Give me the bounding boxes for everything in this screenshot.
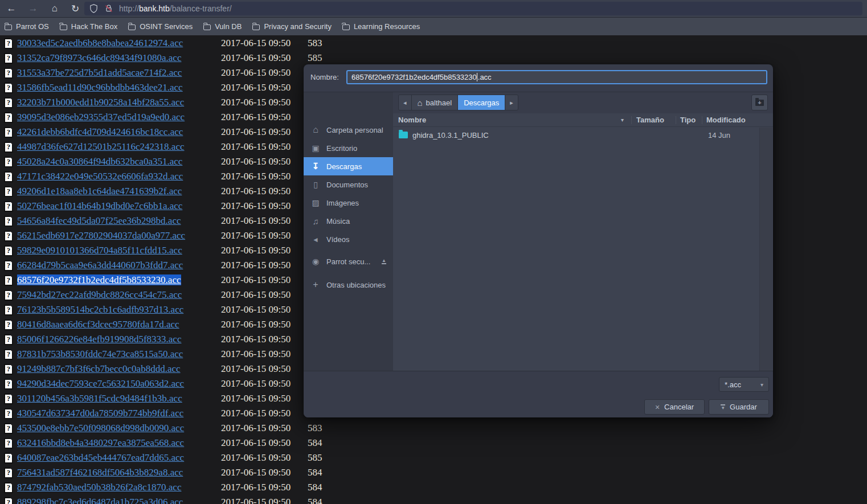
file-browser-list: Nombre ▾ Tamaño Tipo Modificado ghidra_1…: [393, 113, 773, 399]
path-forward-chevron[interactable]: ▸: [505, 95, 518, 110]
path-bar: ◂ ⌂ balthael Descargas ▸: [393, 92, 773, 113]
file-link[interactable]: 75942bd27ec22afd9bdc8826cc454c75.acc: [17, 289, 182, 300]
folder-icon: [342, 24, 350, 30]
bookmark-folder[interactable]: Vuln DB: [203, 22, 242, 31]
file-size: 585: [308, 52, 322, 64]
file-link[interactable]: 80416d8aaea6d6cf3dcec95780fda17d.acc: [17, 319, 179, 330]
sort-arrow-icon[interactable]: ▾: [621, 117, 624, 123]
unknown-file-icon: ?: [4, 334, 13, 345]
file-link[interactable]: 50276beac1f014b64b19dbd0e7c6bb1a.acc: [17, 200, 182, 211]
file-link[interactable]: 94290d34dec7593ce7c5632150a063d2.acc: [17, 378, 184, 389]
sidebar-place-item[interactable]: Carpeta personal ▲: [304, 121, 393, 139]
file-link[interactable]: 32203b71b000edd1b90258a14bf28a55.acc: [17, 97, 184, 108]
file-link[interactable]: 59829e0910101366d704a85f11cfdd15.acc: [17, 245, 182, 256]
unknown-file-icon: ?: [4, 468, 13, 478]
url-bar[interactable]: http://bank.htb/balance-transfer/: [84, 2, 862, 15]
column-size[interactable]: Tamaño: [636, 116, 664, 124]
unknown-file-icon: ?: [4, 290, 13, 301]
place-label: Parrot secu...: [326, 257, 370, 266]
unknown-file-icon: ?: [4, 231, 13, 241]
file-link[interactable]: 54656a84fec49d5da07f25ee36b298bd.acc: [17, 215, 181, 226]
url-text: http://bank.htb/balance-transfer/: [119, 4, 232, 13]
bookmark-folder[interactable]: Parrot OS: [5, 22, 49, 31]
unknown-file-icon: ?: [4, 142, 13, 153]
file-link[interactable]: 39095d3e086eb29355d37ed5d19a9ed0.acc: [17, 112, 185, 122]
new-folder-button[interactable]: [751, 95, 768, 110]
sidebar-place-item[interactable]: Imágenes ▲: [304, 194, 393, 212]
sidebar-place-item[interactable]: Música ▲: [304, 212, 393, 230]
file-link[interactable]: 756431ad587f462168df5064b3b829a8.acc: [17, 467, 183, 478]
file-link[interactable]: 44987d36fe627d12501b25116c242318.acc: [17, 141, 185, 152]
column-type[interactable]: Tipo: [680, 116, 696, 124]
file-link[interactable]: 453500e8ebb7e50f098068d998db0090.acc: [17, 423, 184, 433]
dialog-file-name: ghidra_10.3.1_PUBLIC: [412, 131, 489, 140]
file-link[interactable]: 45028a24c0a30864f94db632bca0a351.acc: [17, 156, 182, 167]
sidebar-place-item[interactable]: Parrot secu... ▲: [304, 252, 393, 271]
file-link[interactable]: 632416bbd8eb4a3480297ea3875ea568.acc: [17, 437, 184, 448]
place-icon: [311, 161, 320, 171]
file-filter-dropdown[interactable]: *.acc ▾: [719, 377, 769, 392]
save-button[interactable]: ▼ Guardar: [709, 399, 769, 415]
sidebar-place-item[interactable]: Escritorio ▲: [304, 139, 393, 157]
forward-button[interactable]: →: [25, 1, 41, 16]
unknown-file-icon: ?: [4, 438, 13, 449]
path-home-button[interactable]: ⌂ balthael: [412, 95, 459, 110]
file-row: ? 874792fab530aed50b38b26f2a8c1870.acc 2…: [0, 480, 867, 495]
file-link[interactable]: 85006f1266226e84efb919908d5f8333.acc: [17, 334, 181, 345]
bookmark-folder[interactable]: OSINT Services: [128, 22, 193, 31]
sidebar-place-item[interactable]: Documentos ▲: [304, 175, 393, 194]
unknown-file-icon: ?: [4, 171, 13, 182]
unknown-file-icon: ?: [4, 260, 13, 271]
scrollbar-gutter[interactable]: [759, 128, 772, 399]
path-back-chevron[interactable]: ◂: [399, 95, 412, 110]
place-label: Música: [326, 217, 350, 226]
column-name[interactable]: Nombre: [398, 116, 426, 124]
file-link[interactable]: 47171c38422e049e50532e6606fa932d.acc: [17, 171, 183, 182]
file-link[interactable]: 640087eae263bd45eb444767ead7dd65.acc: [17, 452, 184, 463]
file-link[interactable]: 91249b887c7bf3f6cb7becc0c0ab8ddd.acc: [17, 363, 181, 374]
file-date: 2017-06-15 09:50: [221, 67, 308, 79]
file-link[interactable]: 30033ed5c2aedb6b8e8babea24612974.acc: [17, 38, 183, 48]
place-label: Vídeos: [326, 235, 349, 244]
file-link[interactable]: 56215edb6917e27802904037da00a977.acc: [17, 230, 185, 241]
unknown-file-icon: ?: [4, 423, 13, 434]
bookmark-folder[interactable]: Hack The Box: [60, 22, 117, 31]
place-icon: [311, 280, 320, 290]
sidebar-place-item[interactable]: Otras ubicaciones ▲: [304, 276, 393, 294]
save-label: Guardar: [730, 403, 757, 411]
home-button[interactable]: ⌂: [47, 1, 63, 16]
file-link[interactable]: 76123b5b589514bc2cb1c6adfb937d13.acc: [17, 304, 183, 315]
file-row: ? 453500e8ebb7e50f098068d998db0090.acc 2…: [0, 421, 867, 436]
file-link[interactable]: 68576f20e9732f1b2edc4df5b8533230.acc: [17, 274, 181, 285]
sidebar-place-item[interactable]: Vídeos ▲: [304, 230, 393, 248]
place-icon: [311, 180, 320, 189]
insecure-lock-icon[interactable]: [104, 3, 119, 14]
file-link[interactable]: 42261debb6bdfc4d709d424616bc18cc.acc: [17, 126, 183, 137]
bookmark-folder[interactable]: Privacy and Security: [252, 22, 332, 31]
file-link[interactable]: 31553a37be725d7b5d1add5acae714f2.acc: [17, 67, 182, 78]
path-current-button[interactable]: Descargas: [458, 95, 505, 110]
file-link[interactable]: 31586fb5ead11d90c96bbdbb463dee21.acc: [17, 82, 183, 93]
file-link[interactable]: 87831b753b8530fddc74e73ca8515a50.acc: [17, 349, 183, 359]
file-link[interactable]: 889298fbc7c3ed6d6487da1b725a3d06.acc: [17, 497, 183, 504]
eject-icon[interactable]: ▲: [382, 259, 386, 264]
save-icon: ▼: [721, 404, 725, 410]
file-link[interactable]: 31352ca79f8973c646dc89434f91080a.acc: [17, 52, 181, 63]
sidebar-place-item[interactable]: Descargas ▲: [304, 157, 393, 175]
file-link[interactable]: 430547d637347d0da78509b774bb9fdf.acc: [17, 408, 183, 419]
column-modified[interactable]: Modificado: [706, 116, 746, 124]
path-current-label: Descargas: [464, 99, 499, 107]
file-link[interactable]: 66284d79b5caa9e6a3dd440607b3fdd7.acc: [17, 260, 183, 271]
file-link[interactable]: 874792fab530aed50b38b26f2a8c1870.acc: [17, 482, 181, 493]
file-link[interactable]: 49206d1e18aa8eb1c64dae4741639b2f.acc: [17, 186, 182, 196]
folder-icon: [203, 24, 211, 30]
cancel-button[interactable]: × Cancelar: [644, 399, 705, 415]
filename-input[interactable]: 68576f20e9732f1b2edc4df5b8533230.acc: [346, 70, 767, 84]
file-link[interactable]: 301120b456a3b5981f5cdc9d484f1b3b.acc: [17, 393, 182, 404]
dialog-file-row[interactable]: ghidra_10.3.1_PUBLIC 14 Jun: [393, 128, 758, 142]
reload-button[interactable]: ↻: [67, 1, 83, 16]
file-size: 584: [308, 497, 322, 504]
back-button[interactable]: ←: [3, 1, 19, 16]
shield-icon[interactable]: [89, 3, 104, 14]
bookmark-folder[interactable]: Learning Resources: [342, 22, 420, 31]
